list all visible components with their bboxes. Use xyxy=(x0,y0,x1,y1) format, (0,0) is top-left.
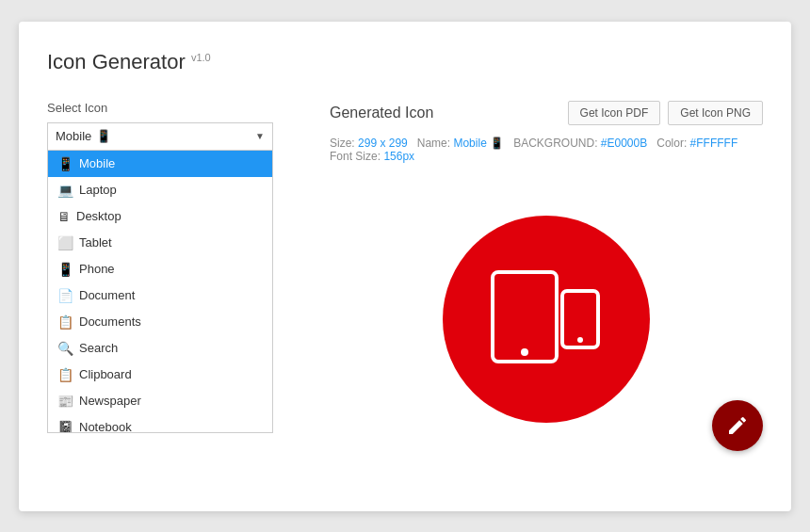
item-label: Laptop xyxy=(79,183,117,197)
dropdown-item[interactable]: 📰Newspaper xyxy=(48,388,272,414)
get-icon-png-button[interactable]: Get Icon PNG xyxy=(668,101,763,125)
dropdown-arrow-icon: ▼ xyxy=(255,131,265,141)
button-group: Get Icon PDF Get Icon PNG xyxy=(568,101,763,125)
item-icon: 📱 xyxy=(57,262,73,277)
dropdown-item[interactable]: 📱Phone xyxy=(48,256,272,282)
color-label: Color: xyxy=(656,137,687,150)
item-icon: ⬜ xyxy=(57,235,73,250)
generated-icon-header: Generated Icon Get Icon PDF Get Icon PNG xyxy=(330,101,763,125)
dropdown-item[interactable]: 🖥Desktop xyxy=(48,203,272,230)
item-icon: 💻 xyxy=(57,183,73,198)
dropdown-item[interactable]: 📓Notebook xyxy=(48,414,272,433)
app-title: Icon Generator v1.0 xyxy=(47,50,763,74)
item-icon: 🔍 xyxy=(57,341,73,356)
icon-circle xyxy=(443,216,650,423)
icon-preview-area xyxy=(330,178,763,460)
dropdown-item[interactable]: 🔍Search xyxy=(48,335,272,362)
font-label: Font Size: xyxy=(330,150,381,163)
bg-value: #E0000B xyxy=(601,137,647,150)
item-icon: 📓 xyxy=(57,420,73,433)
size-label: Size: xyxy=(330,137,355,150)
mobile-preview-icon xyxy=(485,258,608,380)
content-row: Select Icon Mobile 📱 ▼ 📱Mobile💻Laptop🖥De… xyxy=(47,101,763,460)
color-value: #FFFFFF xyxy=(690,137,738,150)
size-value: 299 x 299 xyxy=(358,137,408,150)
item-label: Newspaper xyxy=(79,394,141,408)
name-label: Name: xyxy=(417,137,450,150)
left-panel: Select Icon Mobile 📱 ▼ 📱Mobile💻Laptop🖥De… xyxy=(47,101,301,460)
edit-icon xyxy=(726,414,749,437)
dropdown-trigger[interactable]: Mobile 📱 ▼ xyxy=(47,122,273,151)
item-label: Desktop xyxy=(76,209,122,223)
item-label: Document xyxy=(79,288,135,302)
icon-meta: Size: 299 x 299 Name: Mobile 📱 BACKGROUN… xyxy=(330,137,763,163)
font-value: 156px xyxy=(383,150,414,163)
svg-point-1 xyxy=(521,348,528,356)
item-icon: 📋 xyxy=(57,367,73,382)
item-icon: 🖥 xyxy=(57,209,71,224)
dropdown-wrapper: Mobile 📱 ▼ 📱Mobile💻Laptop🖥Desktop⬜Tablet… xyxy=(47,122,273,151)
item-icon: 📰 xyxy=(57,394,73,409)
right-panel: Generated Icon Get Icon PDF Get Icon PNG… xyxy=(301,101,763,460)
generated-icon-title: Generated Icon xyxy=(330,105,433,121)
item-icon: 📱 xyxy=(57,156,73,171)
mobile-icon: 📱 xyxy=(96,129,111,143)
dropdown-item[interactable]: ⬜Tablet xyxy=(48,230,272,256)
dropdown-item[interactable]: 📱Mobile xyxy=(48,151,272,177)
bg-label: BACKGROUND: xyxy=(513,137,597,150)
dropdown-item[interactable]: 📋Clipboard xyxy=(48,362,272,388)
trigger-value: Mobile xyxy=(56,129,91,143)
svg-rect-0 xyxy=(493,272,557,362)
item-label: Documents xyxy=(79,314,141,329)
item-label: Phone xyxy=(79,262,115,276)
item-label: Notebook xyxy=(79,420,132,433)
item-label: Search xyxy=(79,341,118,355)
item-icon: 📋 xyxy=(57,314,73,330)
dropdown-item[interactable]: 📋Documents xyxy=(48,309,272,335)
svg-point-3 xyxy=(577,337,583,343)
dropdown-list: 📱Mobile💻Laptop🖥Desktop⬜Tablet📱Phone📄Docu… xyxy=(47,151,273,433)
dropdown-item[interactable]: 📄Document xyxy=(48,282,272,309)
select-icon-label: Select Icon xyxy=(47,101,301,115)
item-label: Tablet xyxy=(79,235,112,250)
item-label: Mobile xyxy=(79,156,115,170)
name-value: Mobile xyxy=(453,137,486,150)
trigger-text: Mobile 📱 xyxy=(56,129,111,143)
item-label: Clipboard xyxy=(79,367,132,381)
main-card: Icon Generator v1.0 Select Icon Mobile 📱… xyxy=(19,22,791,511)
get-icon-pdf-button[interactable]: Get Icon PDF xyxy=(568,101,661,125)
item-icon: 📄 xyxy=(57,288,73,303)
edit-fab-button[interactable] xyxy=(712,400,763,451)
dropdown-item[interactable]: 💻Laptop xyxy=(48,177,272,203)
